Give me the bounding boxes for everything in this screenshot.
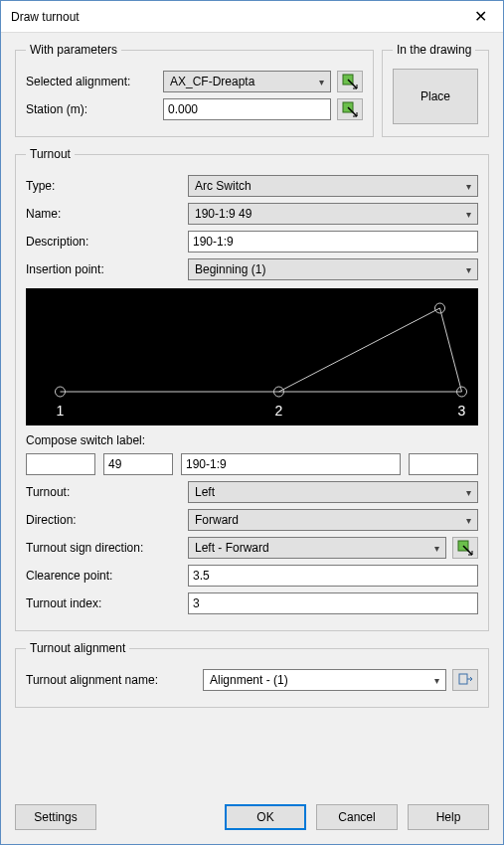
turnout-alignment-name-label: Turnout alignment name: xyxy=(26,673,195,687)
chevron-down-icon: ▾ xyxy=(434,543,439,554)
chevron-down-icon: ▾ xyxy=(466,264,471,275)
clearance-label: Clearence point: xyxy=(26,569,180,583)
selected-alignment-value: AX_CF-Dreapta xyxy=(170,75,254,88)
turnout-index-label: Turnout index: xyxy=(26,596,180,610)
pick-alignment-icon xyxy=(342,74,358,89)
ok-label: OK xyxy=(256,810,273,824)
name-select[interactable]: 190-1:9 49 ▾ xyxy=(188,203,478,225)
settings-button[interactable]: Settings xyxy=(15,804,96,830)
name-label: Name: xyxy=(26,207,180,221)
turnout-side-select[interactable]: Left ▾ xyxy=(188,481,478,503)
compose-label: Compose switch label: xyxy=(26,433,478,447)
turnout-alignment-legend: Turnout alignment xyxy=(26,641,129,655)
alignment-action-icon-button[interactable] xyxy=(452,669,478,691)
title-bar: Draw turnout ✕ xyxy=(1,1,503,33)
chevron-down-icon: ▾ xyxy=(466,487,471,498)
compose-input-1[interactable] xyxy=(26,453,95,475)
chevron-down-icon: ▾ xyxy=(466,209,471,220)
compose-row xyxy=(26,453,478,475)
chevron-down-icon: ▾ xyxy=(434,675,439,686)
settings-label: Settings xyxy=(34,810,77,824)
sign-direction-select[interactable]: Left - Forward ▾ xyxy=(188,537,446,559)
diagram-point-1: 1 xyxy=(57,403,65,419)
selected-alignment-label: Selected alignment: xyxy=(26,75,155,88)
pick-alignment-icon-button[interactable] xyxy=(337,71,363,92)
description-input[interactable] xyxy=(188,231,478,253)
ok-button[interactable]: OK xyxy=(225,804,306,830)
turnout-legend: Turnout xyxy=(26,147,75,161)
alignment-action-icon xyxy=(457,672,473,688)
in-the-drawing-group: In the drawing Place xyxy=(382,43,489,137)
pick-sign-direction-icon xyxy=(457,540,473,556)
turnout-diagram: 1 2 3 xyxy=(26,288,478,425)
place-label: Place xyxy=(420,89,450,103)
description-label: Description: xyxy=(26,235,180,249)
svg-rect-11 xyxy=(459,674,467,684)
chevron-down-icon: ▾ xyxy=(466,181,471,192)
direction-select[interactable]: Forward ▾ xyxy=(188,509,478,531)
diagram-point-3: 3 xyxy=(458,403,466,419)
direction-value: Forward xyxy=(195,513,239,527)
turnout-alignment-name-select[interactable]: Alignment - (1) ▾ xyxy=(203,669,446,691)
insertion-point-value: Beginning (1) xyxy=(195,262,265,276)
compose-input-4[interactable] xyxy=(409,453,478,475)
close-icon: ✕ xyxy=(474,7,487,26)
station-input[interactable] xyxy=(163,98,331,120)
station-label: Station (m): xyxy=(26,102,155,116)
dialog-content: With parameters Selected alignment: AX_C… xyxy=(1,33,503,798)
name-value: 190-1:9 49 xyxy=(195,207,252,221)
dialog-button-bar: Settings OK Cancel Help xyxy=(1,798,503,844)
with-parameters-group: With parameters Selected alignment: AX_C… xyxy=(15,43,374,137)
insertion-point-select[interactable]: Beginning (1) ▾ xyxy=(188,258,478,280)
chevron-down-icon: ▾ xyxy=(319,77,324,87)
compose-input-2[interactable] xyxy=(103,453,173,475)
svg-line-5 xyxy=(440,308,462,392)
type-label: Type: xyxy=(26,179,180,193)
sign-direction-value: Left - Forward xyxy=(195,541,269,555)
with-parameters-legend: With parameters xyxy=(26,43,121,57)
svg-line-4 xyxy=(279,308,440,392)
type-value: Arc Switch xyxy=(195,179,252,193)
pick-sign-direction-icon-button[interactable] xyxy=(452,537,478,559)
in-the-drawing-legend: In the drawing xyxy=(393,43,475,57)
close-button[interactable]: ✕ xyxy=(457,1,503,33)
cancel-label: Cancel xyxy=(338,810,375,824)
turnout-alignment-group: Turnout alignment Turnout alignment name… xyxy=(15,641,489,708)
type-select[interactable]: Arc Switch ▾ xyxy=(188,175,478,197)
cancel-button[interactable]: Cancel xyxy=(316,804,398,830)
help-button[interactable]: Help xyxy=(408,804,489,830)
clearance-input[interactable] xyxy=(188,565,478,587)
turnout-side-value: Left xyxy=(195,485,215,499)
turnout-side-label: Turnout: xyxy=(26,485,180,499)
compose-input-3[interactable] xyxy=(181,453,401,475)
sign-direction-label: Turnout sign direction: xyxy=(26,541,180,555)
selected-alignment-select[interactable]: AX_CF-Dreapta ▾ xyxy=(163,71,331,92)
chevron-down-icon: ▾ xyxy=(466,515,471,526)
turnout-group: Turnout Type: Arc Switch ▾ Name: 190-1:9… xyxy=(15,147,489,631)
window-title: Draw turnout xyxy=(11,10,80,24)
place-button[interactable]: Place xyxy=(393,69,478,124)
insertion-point-label: Insertion point: xyxy=(26,262,180,276)
turnout-index-input[interactable] xyxy=(188,592,478,614)
diagram-point-2: 2 xyxy=(275,403,283,419)
help-label: Help xyxy=(436,810,461,824)
pick-station-icon xyxy=(342,101,358,117)
dialog-window: Draw turnout ✕ With parameters Selected … xyxy=(0,0,504,845)
direction-label: Direction: xyxy=(26,513,180,527)
pick-station-icon-button[interactable] xyxy=(337,98,363,120)
turnout-alignment-name-value: Alignment - (1) xyxy=(210,673,288,687)
